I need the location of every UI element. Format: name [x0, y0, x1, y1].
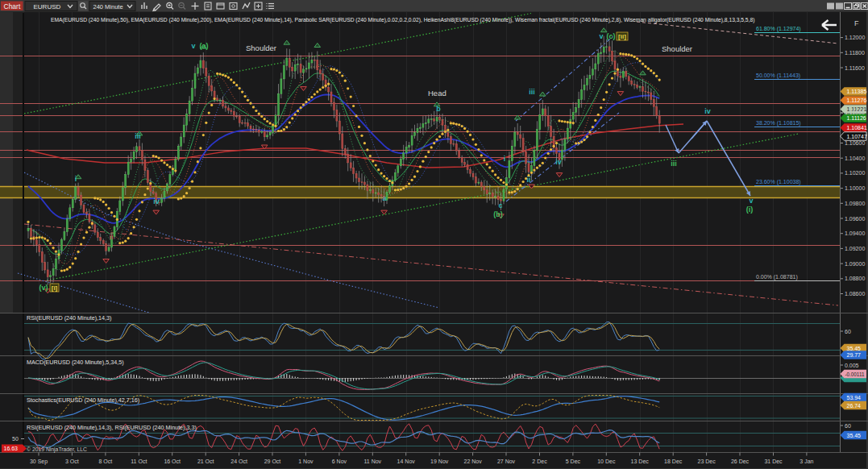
- svg-text:0.005: 0.005: [845, 363, 859, 368]
- svg-text:1.09800: 1.09800: [845, 201, 865, 206]
- svg-text:31 Dec: 31 Dec: [764, 459, 783, 464]
- svg-text:22 Nov: 22 Nov: [464, 459, 483, 464]
- svg-text:Shoulder: Shoulder: [662, 44, 692, 53]
- svg-text:1.10200: 1.10200: [845, 170, 865, 176]
- svg-text:1.11126: 1.11126: [847, 115, 866, 121]
- svg-text:(c): (c): [607, 32, 616, 40]
- svg-text:EURUSD: EURUSD: [34, 3, 61, 10]
- svg-text:(a): (a): [200, 42, 209, 50]
- svg-text:(i): (i): [746, 205, 754, 214]
- svg-text:11 Oct: 11 Oct: [131, 459, 147, 464]
- svg-text:1.11000: 1.11000: [845, 110, 865, 115]
- svg-text:1 Nov: 1 Nov: [298, 459, 314, 464]
- svg-text:v: v: [749, 197, 753, 205]
- svg-text:1.11276: 1.11276: [847, 98, 867, 103]
- svg-text:Chart: Chart: [4, 2, 21, 10]
- svg-text:© 2019 NinjaTrader, LLC: © 2019 NinjaTrader, LLC: [27, 446, 87, 453]
- svg-text:1.09400: 1.09400: [845, 230, 865, 236]
- svg-text:18 Dec: 18 Dec: [664, 459, 683, 464]
- svg-text:1.09600: 1.09600: [845, 216, 865, 222]
- svg-text:(v): (v): [39, 284, 48, 292]
- svg-text:c: c: [498, 201, 502, 210]
- svg-text:13 Dec: 13 Dec: [631, 459, 650, 464]
- svg-text:240 Minute: 240 Minute: [93, 3, 123, 10]
- svg-text:i: i: [504, 155, 506, 163]
- svg-text:iv: iv: [555, 158, 562, 166]
- svg-text:1.08600: 1.08600: [845, 291, 865, 297]
- svg-text:30 Sep: 30 Sep: [30, 459, 48, 465]
- svg-text:38.20% (1.10815): 38.20% (1.10815): [756, 120, 801, 127]
- svg-text:1.11385: 1.11385: [847, 89, 867, 94]
- svg-text:3 Jan: 3 Jan: [799, 459, 813, 464]
- svg-text:ii: ii: [109, 233, 113, 241]
- svg-text:23 Dec: 23 Dec: [698, 459, 716, 464]
- svg-text:EMA(EURUSD (240 Minute),50), E: EMA(EURUSD (240 Minute),50), EMA(EURUSD …: [51, 17, 754, 23]
- svg-text:14 Nov: 14 Nov: [397, 459, 416, 464]
- svg-text:MACD(EURUSD (240 Minute),5,34,: MACD(EURUSD (240 Minute),5,34,5): [27, 359, 124, 366]
- svg-text:1.11800: 1.11800: [845, 50, 865, 56]
- svg-text:[i]: [i]: [52, 284, 58, 292]
- svg-text:F: F: [854, 19, 859, 27]
- svg-text:29.77: 29.77: [847, 352, 862, 358]
- svg-text:26.74: 26.74: [847, 403, 862, 409]
- svg-text:21 Oct: 21 Oct: [197, 459, 214, 464]
- svg-text:i: i: [75, 175, 77, 183]
- svg-text:iii: iii: [529, 88, 535, 96]
- svg-text:26 Dec: 26 Dec: [731, 459, 750, 464]
- svg-text:53.94: 53.94: [847, 395, 862, 401]
- svg-text:50.00% (1.11443): 50.00% (1.11443): [756, 73, 800, 79]
- svg-text:v: v: [191, 42, 195, 50]
- svg-text:iv: iv: [704, 107, 711, 115]
- svg-text:(b): (b): [493, 210, 503, 218]
- svg-text:RSI(EURUSD (240 Minute),14,3),: RSI(EURUSD (240 Minute),14,3), RSI(EURUS…: [27, 424, 197, 431]
- svg-text:-0.00111: -0.00111: [845, 371, 865, 377]
- svg-text:3 Oct: 3 Oct: [65, 459, 79, 464]
- svg-text:16.63: 16.63: [4, 446, 19, 451]
- svg-text:35.45: 35.45: [847, 433, 862, 438]
- svg-text:1.12000: 1.12000: [845, 35, 865, 40]
- svg-text:1.10841: 1.10841: [847, 125, 867, 131]
- svg-text:b: b: [436, 105, 441, 113]
- svg-text:iii: iii: [135, 132, 141, 140]
- svg-text:1.10400: 1.10400: [845, 156, 865, 161]
- svg-text:10 Dec: 10 Dec: [597, 459, 616, 464]
- svg-text:1.10000: 1.10000: [845, 185, 865, 191]
- svg-text:Stochastics(EURUSD (240 Minute: Stochastics(EURUSD (240 Minute),42,7,16): [27, 396, 139, 404]
- svg-text:6 Nov: 6 Nov: [332, 459, 347, 464]
- svg-text:50: 50: [12, 436, 19, 442]
- svg-text:Shoulder: Shoulder: [246, 44, 276, 52]
- svg-text:1.08800: 1.08800: [845, 276, 865, 281]
- svg-text:1.11600: 1.11600: [845, 65, 865, 71]
- svg-text:ii: ii: [526, 176, 530, 184]
- svg-text:v: v: [599, 32, 603, 40]
- svg-text:29 Oct: 29 Oct: [264, 459, 281, 464]
- svg-text:2 Dec: 2 Dec: [532, 459, 547, 464]
- svg-text:61.80% (1.12974): 61.80% (1.12974): [756, 26, 801, 32]
- svg-text:iii: iii: [671, 160, 677, 168]
- svg-text:19 Nov: 19 Nov: [430, 459, 449, 464]
- svg-text:0.00% (1.08781): 0.00% (1.08781): [756, 274, 798, 280]
- svg-text:5 Dec: 5 Dec: [566, 459, 581, 464]
- svg-text:60: 60: [845, 423, 851, 429]
- svg-text:60: 60: [845, 329, 851, 334]
- svg-text:1.09200: 1.09200: [845, 246, 865, 251]
- svg-text:23.60% (1.10038): 23.60% (1.10038): [756, 179, 801, 185]
- svg-text:1.09000: 1.09000: [845, 261, 865, 267]
- svg-text:iv: iv: [153, 197, 160, 205]
- svg-text:8 Oct: 8 Oct: [99, 459, 113, 464]
- svg-text:35.45: 35.45: [847, 346, 862, 351]
- svg-text:[ii]: [ii]: [618, 33, 626, 40]
- svg-text:11 Nov: 11 Nov: [363, 459, 381, 464]
- svg-text:1.10747: 1.10747: [847, 134, 867, 139]
- svg-text:1.10600: 1.10600: [845, 140, 865, 146]
- svg-text:24 Oct: 24 Oct: [230, 459, 247, 464]
- svg-text:27 Nov: 27 Nov: [497, 459, 516, 464]
- svg-text:16 Oct: 16 Oct: [164, 459, 181, 464]
- svg-text:RSI(EURUSD (240 Minute),14,3): RSI(EURUSD (240 Minute),14,3): [27, 314, 111, 322]
- svg-text:Head: Head: [428, 89, 446, 98]
